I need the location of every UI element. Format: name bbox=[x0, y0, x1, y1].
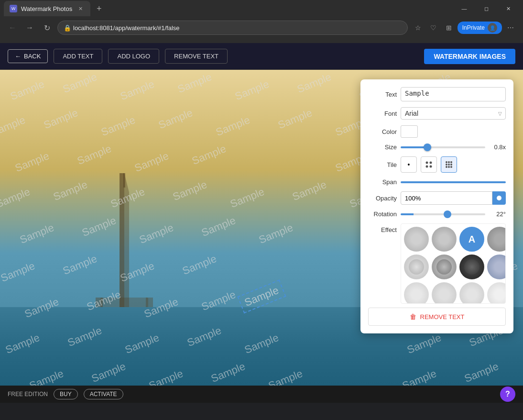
close-button[interactable]: ✕ bbox=[497, 1, 519, 16]
effect-option-4[interactable] bbox=[487, 227, 506, 252]
svg-point-8 bbox=[426, 162, 428, 164]
back-arrow-icon: ← bbox=[15, 53, 21, 60]
font-label: Font bbox=[368, 110, 397, 117]
opacity-confirm-button[interactable] bbox=[492, 191, 506, 205]
tab-favicon: W bbox=[10, 5, 17, 12]
effect-inner-5 bbox=[409, 259, 424, 275]
color-swatch[interactable] bbox=[401, 125, 418, 138]
window-controls: — ◻ ✕ bbox=[453, 1, 519, 16]
collections-button[interactable]: ⊞ bbox=[442, 21, 456, 34]
size-slider[interactable] bbox=[401, 146, 485, 148]
svg-point-13 bbox=[448, 161, 450, 163]
url-text: localhost:8081/app/watermark/#1/false bbox=[73, 24, 180, 32]
rotation-value: 22° bbox=[489, 210, 506, 218]
back-nav-button[interactable]: ← bbox=[6, 21, 19, 34]
url-bar[interactable]: 🔒 localhost:8081/app/watermark/#1/false bbox=[57, 21, 408, 35]
user-avatar: 👤 bbox=[488, 23, 497, 33]
span-slider[interactable] bbox=[401, 181, 506, 183]
effect-option-11[interactable] bbox=[459, 282, 484, 304]
opacity-label: Opacity bbox=[368, 195, 397, 202]
help-button[interactable]: ? bbox=[500, 387, 515, 402]
inprivate-badge[interactable]: InPrivate 👤 bbox=[458, 22, 502, 34]
svg-point-14 bbox=[450, 161, 452, 163]
remove-text-button[interactable]: 🗑 REMOVE TEXT bbox=[368, 308, 506, 326]
favorites-button[interactable]: ☆ bbox=[412, 21, 425, 34]
tile-single-icon: • bbox=[408, 161, 410, 168]
tile-option-dense[interactable] bbox=[441, 156, 457, 173]
remove-text-label: REMOVE TEXT bbox=[420, 313, 465, 321]
text-setting-row: Text Sample bbox=[368, 87, 506, 101]
svg-point-10 bbox=[426, 166, 428, 168]
effect-label: Effect bbox=[368, 223, 397, 233]
tile-label: Tile bbox=[368, 161, 397, 168]
add-logo-button[interactable]: ADD LOGO bbox=[108, 49, 159, 64]
font-select[interactable]: Arial Times New Roman Verdana Georgia Co… bbox=[401, 107, 506, 120]
effect-option-1[interactable] bbox=[404, 227, 429, 252]
minimize-button[interactable]: — bbox=[453, 1, 475, 16]
settings-panel: Text Sample Font Arial Times New Roman V… bbox=[360, 79, 513, 333]
effects-wrapper: A bbox=[401, 223, 506, 304]
effect-option-2[interactable] bbox=[432, 227, 457, 252]
effect-option-5[interactable] bbox=[404, 254, 429, 279]
back-button[interactable]: ← BACK bbox=[8, 49, 48, 63]
opacity-bar bbox=[401, 191, 506, 205]
remove-text-toolbar-button[interactable]: REMOVE TEXT bbox=[165, 49, 228, 64]
effect-option-10[interactable] bbox=[432, 282, 457, 304]
favorites2-button[interactable]: ♡ bbox=[427, 21, 440, 34]
tile-dense-icon bbox=[445, 160, 453, 169]
new-tab-button[interactable]: + bbox=[92, 2, 106, 15]
svg-point-18 bbox=[446, 166, 447, 168]
text-label: Text bbox=[368, 91, 397, 98]
address-right-icons: ☆ ♡ ⊞ InPrivate 👤 ⋯ bbox=[412, 21, 517, 34]
tile-option-single[interactable]: • bbox=[401, 156, 417, 173]
trash-icon: 🗑 bbox=[410, 313, 416, 321]
effect-option-7[interactable] bbox=[459, 254, 484, 279]
span-label: Span bbox=[368, 178, 397, 186]
svg-point-20 bbox=[450, 166, 452, 168]
browser-menu-button[interactable]: ⋯ bbox=[504, 21, 517, 34]
add-text-button[interactable]: ADD TEXT bbox=[54, 49, 102, 64]
inprivate-label: InPrivate bbox=[462, 24, 485, 31]
color-label: Color bbox=[368, 128, 397, 135]
edition-label: FREE EDITION bbox=[8, 391, 48, 398]
color-setting-row: Color bbox=[368, 125, 506, 138]
forward-nav-button[interactable]: → bbox=[23, 21, 36, 34]
font-select-wrapper: Arial Times New Roman Verdana Georgia Co… bbox=[401, 107, 506, 120]
buy-button[interactable]: BUY bbox=[54, 389, 78, 399]
watermark-images-button[interactable]: WATERMARK IMAGES bbox=[424, 49, 515, 64]
effect-option-3[interactable]: A bbox=[459, 227, 484, 252]
svg-point-11 bbox=[430, 166, 432, 168]
rotation-wrapper: 22° bbox=[401, 210, 506, 218]
opacity-dot-icon bbox=[497, 196, 501, 200]
opacity-input[interactable] bbox=[401, 191, 492, 205]
tab-title: Watermark Photos bbox=[21, 5, 72, 12]
activate-button[interactable]: ACTIVATE bbox=[84, 389, 123, 399]
tile-medium-icon bbox=[425, 160, 433, 169]
selected-effect-indicator: A bbox=[469, 234, 475, 245]
tile-option-medium[interactable] bbox=[421, 156, 437, 173]
effect-option-9[interactable] bbox=[404, 282, 429, 304]
maximize-button[interactable]: ◻ bbox=[475, 1, 497, 16]
effect-option-8[interactable] bbox=[487, 254, 506, 279]
text-input[interactable]: Sample bbox=[401, 87, 506, 101]
svg-point-17 bbox=[450, 164, 452, 166]
svg-point-12 bbox=[446, 161, 447, 163]
rotation-setting-row: Rotation 22° bbox=[368, 210, 506, 218]
refresh-button[interactable]: ↻ bbox=[40, 21, 54, 34]
active-tab[interactable]: W Watermark Photos ✕ bbox=[4, 1, 90, 16]
rotation-slider[interactable] bbox=[401, 213, 485, 215]
svg-point-15 bbox=[446, 164, 447, 166]
app-toolbar: ← BACK ADD TEXT ADD LOGO REMOVE TEXT WAT… bbox=[0, 43, 523, 70]
opacity-setting-row: Opacity bbox=[368, 191, 506, 205]
effect-option-6[interactable] bbox=[432, 254, 457, 279]
effect-inner-7 bbox=[464, 259, 479, 275]
size-value: 0.8x bbox=[489, 144, 506, 151]
span-setting-row: Span bbox=[368, 178, 506, 186]
effect-option-12[interactable] bbox=[487, 282, 506, 304]
svg-point-9 bbox=[430, 162, 432, 164]
main-content: Sample Sample Sample Sample Sample Sampl… bbox=[0, 70, 523, 403]
size-label: Size bbox=[368, 144, 397, 151]
tab-bar: W Watermark Photos ✕ + — ◻ ✕ bbox=[0, 0, 523, 17]
font-setting-row: Font Arial Times New Roman Verdana Georg… bbox=[368, 107, 506, 120]
tab-close-button[interactable]: ✕ bbox=[76, 4, 85, 13]
